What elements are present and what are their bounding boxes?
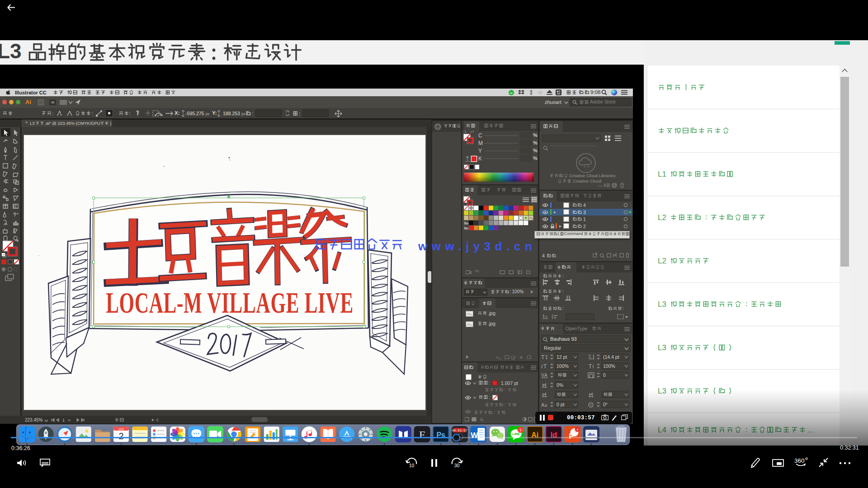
svg-text:30: 30 [454,463,460,468]
svg-text:T: T [543,363,547,370]
svg-text:A: A [541,402,545,408]
svg-text:LOCAL-M VILLAGE LIVE: LOCAL-M VILLAGE LIVE [106,286,354,319]
svg-text:P: P [569,432,574,440]
svg-text:4: 4 [576,428,578,431]
svg-text:12月: 12月 [118,428,124,431]
svg-text:10: 10 [409,463,415,468]
svg-text:F: F [419,429,425,441]
svg-text:00:03:57: 00:03:57 [452,429,467,432]
svg-text:Illustrator CC: Illustrator CC [15,90,47,95]
svg-text:360: 360 [794,457,805,464]
svg-text:L3: L3 [0,40,22,63]
svg-text:T: T [541,354,545,361]
svg-text:LINE: LINE [513,432,520,436]
svg-text:A: A [544,373,547,378]
svg-text:W: W [471,431,478,440]
svg-text:fx.: fx. [480,418,485,422]
svg-text:I: I [541,364,542,369]
svg-text:2: 2 [118,431,123,441]
svg-text:T: T [590,403,592,407]
svg-text:a: a [545,403,547,408]
svg-text:1: 1 [519,428,522,432]
svg-text:www.jy3d.cn: www.jy3d.cn [418,239,536,253]
svg-text:V: V [541,373,544,378]
svg-text:T: T [589,363,592,370]
